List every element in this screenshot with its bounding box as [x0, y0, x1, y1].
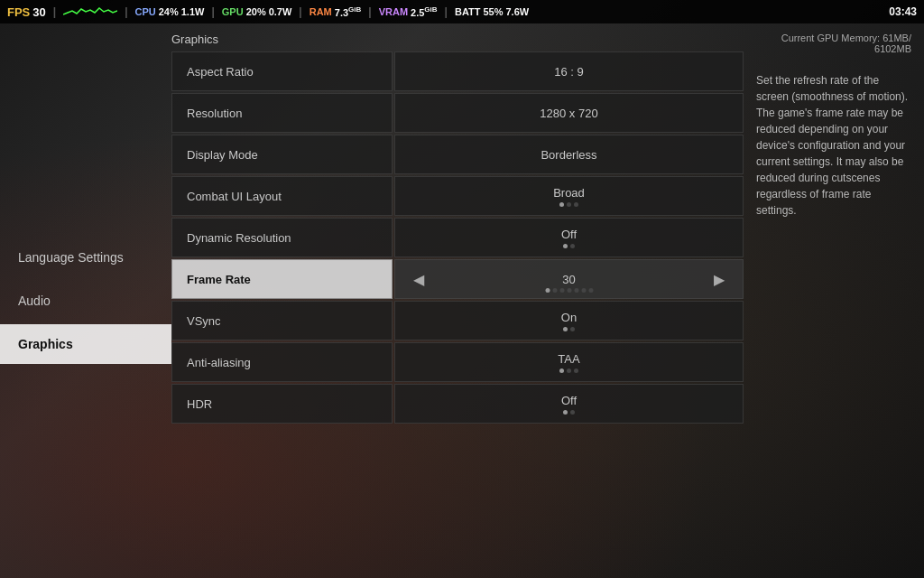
setting-val-text-combat-ui: Broad — [553, 186, 585, 200]
setting-val-text-anti-aliasing: TAA — [558, 352, 579, 366]
setting-dots-dynamic-resolution — [563, 244, 575, 248]
setting-dots-frame-rate — [545, 288, 593, 293]
dot-5 — [581, 288, 586, 293]
sidebar-item-audio[interactable]: Audio — [0, 281, 171, 321]
settings-list: Aspect Ratio16 : 9Resolution1280 x 720Di… — [171, 51, 744, 424]
batt-pct: 55% — [483, 6, 503, 17]
dot-1 — [567, 368, 571, 373]
setting-value-dynamic-resolution[interactable]: Off — [394, 218, 744, 257]
setting-value-anti-aliasing[interactable]: TAA — [394, 342, 744, 382]
setting-val-text-resolution: 1280 x 720 — [540, 107, 597, 120]
batt-display: BATT 55% 7.6W — [455, 6, 529, 17]
setting-label-resolution: Resolution — [171, 93, 393, 133]
setting-value-vsync[interactable]: On — [394, 301, 744, 340]
setting-row-frame-rate[interactable]: Frame Rate◀30▶ — [171, 259, 744, 299]
setting-val-text-hdr: Off — [561, 394, 577, 407]
sep2: | — [125, 5, 127, 18]
fps-display: FPS 30 — [7, 5, 46, 19]
setting-dots-vsync — [563, 327, 575, 331]
ram-display: RAM 7.3GiB — [310, 5, 362, 18]
dot-1 — [570, 410, 575, 415]
batt-watt: 7.6W — [506, 6, 530, 17]
vram-label: VRAM — [379, 6, 408, 17]
combo-dynamic-resolution: Off — [561, 228, 577, 248]
dot-2 — [574, 368, 578, 373]
ram-val: 7.3GiB — [335, 5, 362, 18]
setting-value-aspect-ratio[interactable]: 16 : 9 — [394, 51, 744, 91]
setting-dots-hdr — [563, 410, 575, 415]
sep5: | — [368, 5, 371, 18]
cpu-pct: 24% — [159, 6, 179, 17]
setting-value-combat-ui[interactable]: Broad — [394, 176, 744, 216]
combo-combat-ui: Broad — [553, 186, 585, 207]
gpu-pct: 20% — [246, 6, 266, 17]
setting-label-aspect-ratio: Aspect Ratio — [171, 51, 393, 91]
info-description: Set the refresh rate of the screen (smoo… — [756, 72, 911, 219]
ram-label: RAM — [310, 6, 332, 17]
setting-label-frame-rate: Frame Rate — [171, 259, 393, 299]
setting-dots-anti-aliasing — [559, 368, 578, 373]
sep4: | — [299, 5, 301, 18]
sidebar-item-language[interactable]: Language Settings — [0, 238, 171, 277]
dot-1 — [570, 327, 575, 331]
setting-row-combat-ui[interactable]: Combat UI LayoutBroad — [171, 176, 744, 216]
setting-row-aspect-ratio[interactable]: Aspect Ratio16 : 9 — [171, 51, 744, 91]
setting-row-hdr[interactable]: HDROff — [171, 384, 744, 424]
setting-value-resolution[interactable]: 1280 x 720 — [394, 93, 744, 133]
setting-value-frame-rate[interactable]: ◀30▶ — [394, 259, 744, 299]
cpu-watt: 1.1W — [181, 6, 205, 17]
dot-3 — [567, 288, 571, 293]
vram-val: 2.5GiB — [411, 5, 438, 18]
setting-label-combat-ui: Combat UI Layout — [171, 176, 393, 216]
dot-0 — [559, 202, 564, 207]
right-arrow-icon[interactable]: ▶ — [714, 271, 725, 288]
setting-value-display-mode[interactable]: Borderless — [394, 135, 744, 174]
gpu-watt: 0.7W — [269, 6, 292, 17]
system-clock: 03:43 — [889, 5, 917, 18]
left-arrow-icon[interactable]: ◀ — [413, 271, 424, 288]
setting-label-display-mode: Display Mode — [171, 135, 393, 174]
dot-0 — [563, 244, 568, 248]
dot-1 — [570, 244, 575, 248]
setting-row-vsync[interactable]: VSyncOn — [171, 301, 744, 340]
setting-val-text-aspect-ratio: 16 : 9 — [554, 65, 584, 79]
sidebar: Language Settings Audio Graphics — [0, 23, 171, 578]
setting-row-anti-aliasing[interactable]: Anti-aliasingTAA — [171, 342, 744, 382]
info-panel: Current GPU Memory: 61MB/ 6102MB Set the… — [744, 23, 924, 578]
vram-display: VRAM 2.5GiB — [379, 5, 438, 18]
fps-label: FPS — [7, 5, 30, 19]
fps-graph — [63, 5, 117, 18]
sep3: | — [211, 5, 214, 18]
setting-label-vsync: VSync — [171, 301, 393, 340]
gpu-memory-display: Current GPU Memory: 61MB/ 6102MB — [756, 33, 911, 54]
dot-1 — [552, 288, 557, 293]
setting-row-display-mode[interactable]: Display ModeBorderless — [171, 135, 744, 174]
cpu-label: CPU — [134, 6, 155, 17]
cpu-display: CPU 24% 1.1W — [134, 6, 204, 17]
setting-val-text-display-mode: Borderless — [541, 148, 596, 162]
setting-row-resolution[interactable]: Resolution1280 x 720 — [171, 93, 744, 133]
combo-anti-aliasing: TAA — [558, 352, 579, 373]
setting-row-dynamic-resolution[interactable]: Dynamic ResolutionOff — [171, 218, 744, 257]
setting-dots-combat-ui — [559, 202, 578, 207]
setting-label-dynamic-resolution: Dynamic Resolution — [171, 218, 393, 257]
dot-1 — [567, 202, 571, 207]
dot-0 — [563, 410, 568, 415]
dot-6 — [588, 288, 593, 293]
batt-label: BATT — [455, 6, 481, 17]
setting-val-text-dynamic-resolution: Off — [561, 228, 577, 241]
setting-value-hdr[interactable]: Off — [394, 384, 744, 424]
section-title: Graphics — [171, 33, 744, 51]
setting-label-hdr: HDR — [171, 384, 393, 424]
dot-4 — [574, 288, 578, 293]
setting-val-text-frame-rate: 30 — [562, 273, 575, 286]
gpu-display: GPU 20% 0.7W — [222, 6, 292, 17]
dot-2 — [559, 288, 564, 293]
setting-label-anti-aliasing: Anti-aliasing — [171, 342, 393, 382]
sep1: | — [53, 5, 56, 18]
dot-0 — [545, 288, 550, 293]
sidebar-item-graphics[interactable]: Graphics — [0, 324, 171, 364]
dot-0 — [563, 327, 568, 331]
combo-hdr: Off — [561, 394, 577, 415]
sep6: | — [445, 5, 448, 18]
